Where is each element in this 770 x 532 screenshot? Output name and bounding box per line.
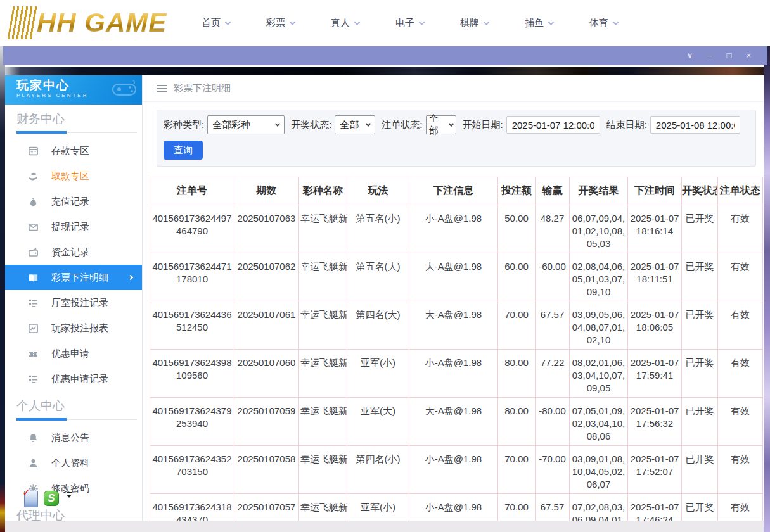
nav-item-slots[interactable]: 电子 bbox=[395, 17, 424, 29]
deposit-icon bbox=[28, 146, 39, 156]
sidebar-item-promo-apply-record[interactable]: 优惠申请记录 bbox=[5, 366, 142, 391]
sidebar-section-title: 个人中心 bbox=[16, 398, 137, 414]
table-cell: 2025-01-07 18:16:14 bbox=[628, 205, 682, 253]
start-date-input[interactable] bbox=[506, 116, 600, 134]
end-date-label: 结束日期: bbox=[606, 119, 647, 131]
table-cell: 20250107059 bbox=[234, 398, 299, 446]
table-cell: 06,07,09,04,01,02,10,08,05,03 bbox=[570, 205, 628, 253]
table-cell: 已开奖 bbox=[682, 253, 718, 301]
sidebar-item-withdraw[interactable]: 取款专区 bbox=[5, 163, 142, 189]
table-cell: 401569173624318434370 bbox=[150, 494, 234, 521]
nav-item-lottery[interactable]: 彩票 bbox=[266, 17, 295, 29]
column-header: 彩种名称 bbox=[299, 177, 347, 205]
table-cell: 有效 bbox=[718, 350, 763, 398]
table-row: 40156917362443651245020250107061幸运飞艇新第四名… bbox=[150, 301, 763, 350]
end-date-input[interactable] bbox=[650, 116, 740, 134]
desktop-edge-left bbox=[0, 46, 5, 532]
table-cell: 第五名(小) bbox=[347, 205, 409, 253]
table-cell: 60.00 bbox=[498, 253, 536, 301]
window-collapse-button[interactable]: ∨ bbox=[680, 46, 700, 65]
sidebar-item-hall-bet-record[interactable]: 厅室投注记录 bbox=[5, 290, 142, 315]
wallet-icon bbox=[28, 247, 39, 258]
bets-table: 注单号期数彩种名称玩法下注信息投注额输赢开奖结果下注时间开奖状态注单状态 401… bbox=[150, 177, 763, 521]
column-header: 输赢 bbox=[536, 177, 570, 205]
window-titlebar[interactable]: ∨–□× bbox=[3, 46, 767, 65]
sidebar: 玩家中心 PLAYERS CENTER 财务中心 存款 bbox=[5, 75, 143, 521]
sidebar-section-title: 财务中心 bbox=[16, 111, 137, 127]
sogou-input-icon[interactable]: S bbox=[44, 491, 59, 506]
sidebar-item-funds-record[interactable]: 资金记录 bbox=[5, 239, 142, 265]
withdraw-icon bbox=[28, 171, 39, 182]
table-row: 40156917362447117801020250107062幸运飞艇新第五名… bbox=[150, 253, 763, 301]
table-cell: 大-A盘@1.98 bbox=[409, 398, 498, 446]
table-cell: 幸运飞艇新 bbox=[299, 253, 347, 301]
nav-item-home[interactable]: 首页 bbox=[202, 17, 230, 29]
sidebar-item-lottery-bet-detail[interactable]: 彩票下注明细 bbox=[5, 265, 142, 290]
list-icon bbox=[28, 298, 39, 308]
window-close-button[interactable]: × bbox=[739, 46, 759, 65]
table-cell: 2025-01-07 17:59:41 bbox=[628, 350, 682, 398]
table-row: 40156917362449746479020250107063幸运飞艇新第五名… bbox=[150, 205, 763, 253]
table-cell: 20250107060 bbox=[234, 350, 299, 398]
desktop-edge-right bbox=[764, 46, 770, 532]
screen: HH GAME 首页 彩票 真人 电子 棋牌 捕鱼 体育 bbox=[0, 0, 770, 532]
nav-item-sports[interactable]: 体育 bbox=[589, 17, 618, 29]
sidebar-section-title: 代理中心 bbox=[16, 507, 137, 521]
table-cell: 67.57 bbox=[536, 494, 570, 521]
logo[interactable]: HH GAME bbox=[10, 3, 167, 43]
table-cell: 有效 bbox=[718, 398, 763, 446]
content-area: 彩票下注明细 彩种类型: 全部彩种 开奖状态: bbox=[143, 75, 764, 521]
table-cell: -70.00 bbox=[536, 446, 570, 494]
section-divider bbox=[16, 132, 137, 133]
sidebar-item-deposit[interactable]: 存款专区 bbox=[5, 138, 142, 163]
sidebar-item-recharge-record[interactable]: 充值记录 bbox=[5, 189, 142, 214]
table-cell: 已开奖 bbox=[682, 350, 718, 398]
chevron-down-icon bbox=[419, 19, 425, 25]
table-cell: 有效 bbox=[718, 494, 763, 521]
table-cell: 08,02,01,06,03,04,10,07,09,05 bbox=[570, 350, 628, 398]
site-header: HH GAME 首页 彩票 真人 电子 棋牌 捕鱼 体育 bbox=[0, 0, 770, 46]
sidebar-item-messages[interactable]: 消息公告 bbox=[5, 425, 142, 450]
order-status-select[interactable]: 全部 bbox=[426, 115, 456, 134]
chevron-down-icon bbox=[354, 19, 361, 25]
table-cell: 20250107062 bbox=[234, 253, 299, 301]
table-cell: 大-A盘@1.98 bbox=[409, 301, 498, 350]
desktop-notes-shortcut-icon[interactable] bbox=[24, 491, 38, 507]
table-row: 40156917362431843437020250107057幸运飞艇新亚军(… bbox=[150, 494, 763, 521]
main-nav: 首页 彩票 真人 电子 棋牌 捕鱼 体育 bbox=[202, 0, 618, 46]
chevron-down-icon bbox=[366, 121, 371, 126]
content-header: 彩票下注明细 bbox=[143, 75, 764, 102]
nav-item-fishing[interactable]: 捕鱼 bbox=[525, 17, 553, 29]
draw-status-select[interactable]: 全部 bbox=[335, 115, 375, 134]
sidebar-item-withdrawal-record[interactable]: 提现记录 bbox=[5, 214, 142, 239]
table-cell: 20250107057 bbox=[234, 494, 299, 521]
chart-icon bbox=[28, 323, 39, 334]
sidebar-header: 玩家中心 PLAYERS CENTER bbox=[5, 75, 142, 104]
table-cell: 77.22 bbox=[536, 350, 570, 398]
chevron-down-icon bbox=[225, 19, 231, 25]
menu-icon[interactable] bbox=[157, 85, 167, 92]
window-maximize-button[interactable]: □ bbox=[719, 46, 739, 65]
sidebar-item-promo-apply[interactable]: 优惠申请 bbox=[5, 341, 142, 366]
chevron-down-icon bbox=[275, 121, 280, 126]
lottery-type-select[interactable]: 全部彩种 bbox=[207, 115, 285, 134]
sidebar-section: 代理中心 bbox=[5, 507, 142, 521]
nav-item-board[interactable]: 棋牌 bbox=[460, 17, 489, 29]
ime-toolbar-icon[interactable] bbox=[65, 492, 74, 498]
table-header-row: 注单号期数彩种名称玩法下注信息投注额输赢开奖结果下注时间开奖状态注单状态 bbox=[150, 177, 763, 205]
sidebar-item-profile[interactable]: 个人资料 bbox=[5, 450, 142, 476]
table-cell: 401569173624352703150 bbox=[150, 446, 234, 494]
list-icon bbox=[28, 374, 39, 384]
filter-panel: 彩种类型: 全部彩种 开奖状态: 全部 bbox=[157, 110, 756, 167]
table-cell: 401569173624471178010 bbox=[150, 253, 234, 301]
table-cell: 20250107063 bbox=[234, 205, 299, 253]
table-cell: 80.00 bbox=[498, 398, 536, 446]
window-minimize-button[interactable]: – bbox=[700, 46, 719, 65]
nav-item-live[interactable]: 真人 bbox=[331, 17, 359, 29]
bets-table-wrap: 注单号期数彩种名称玩法下注信息投注额输赢开奖结果下注时间开奖状态注单状态 401… bbox=[150, 177, 763, 521]
query-button[interactable]: 查询 bbox=[164, 141, 203, 160]
table-row: 40156917362435270315020250107058幸运飞艇新第四名… bbox=[150, 446, 763, 494]
sidebar-item-player-bet-report[interactable]: 玩家投注报表 bbox=[5, 315, 142, 341]
column-header: 期数 bbox=[234, 177, 299, 205]
window-bottom-gap bbox=[5, 521, 764, 532]
